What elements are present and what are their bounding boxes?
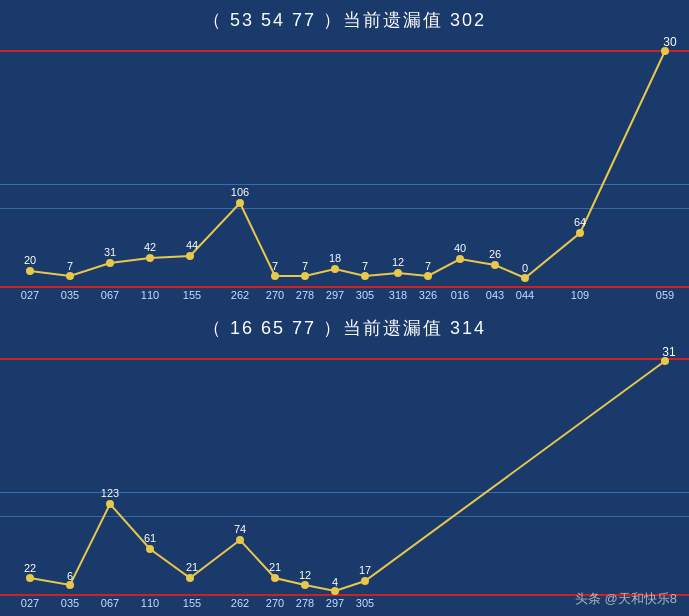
chart-section-1: （ 53 54 77 ）当前遗漏值 302 [0,0,689,308]
chart2-label-0: 22 [24,562,36,574]
chart1-dot-11 [424,272,432,280]
chart2-svg: 22 6 123 61 21 74 21 12 4 17 31 027 035 … [0,344,689,612]
chart1-dot-9 [361,272,369,280]
chart1-xlabel-10: 318 [389,289,407,301]
chart1-label-1: 7 [67,260,73,272]
chart2-dot-8 [331,587,339,595]
chart2-label-10: 31 [662,345,676,359]
chart2-xlabel-2: 067 [101,597,119,609]
chart1-xlabel-15: 109 [571,289,589,301]
chart1-dot-15 [576,229,584,237]
chart2-label-1: 6 [67,570,73,582]
chart1-xlabel-11: 326 [419,289,437,301]
chart-section-2: （ 16 65 77 ）当前遗漏值 314 [0,308,689,616]
watermark: 头条 @天和快乐8 [575,590,677,608]
chart1-dot-13 [491,261,499,269]
chart2-dot-0 [26,574,34,582]
svg-rect-0 [0,36,689,304]
chart2-xlabel-9: 305 [356,597,374,609]
chart2-label-7: 12 [299,569,311,581]
chart2-xlabel-6: 270 [266,597,284,609]
chart1-dot-14 [521,274,529,282]
chart1-label-16: 30 [663,36,677,49]
chart1-label-13: 26 [489,248,501,260]
chart1-dot-10 [394,269,402,277]
chart1-dot-4 [186,252,194,260]
chart1-label-14: 0 [522,262,528,274]
chart2-label-4: 21 [186,561,198,573]
chart1-xlabel-3: 110 [141,289,159,301]
chart1-dot-7 [301,272,309,280]
chart1-label-10: 12 [392,256,404,268]
chart1-dot-6 [271,272,279,280]
chart2-xlabel-8: 297 [326,597,344,609]
chart2-label-3: 61 [144,532,156,544]
chart2-xlabel-1: 035 [61,597,79,609]
chart1-dot-8 [331,265,339,273]
chart2-line [30,361,665,591]
chart1-label-15: 64 [574,216,586,228]
chart1-xlabel-1: 035 [61,289,79,301]
main-container: （ 53 54 77 ）当前遗漏值 302 [0,0,689,616]
chart2-dot-2 [106,500,114,508]
chart1-xlabel-12: 016 [451,289,469,301]
chart1-label-6: 7 [272,260,278,272]
chart2-dot-9 [361,577,369,585]
chart1-xlabel-2: 067 [101,289,119,301]
chart2-label-5: 74 [234,523,246,535]
chart1-dot-0 [26,267,34,275]
chart1-label-2: 31 [104,246,116,258]
chart1-dot-5 [236,199,244,207]
chart2-area: 22 6 123 61 21 74 21 12 4 17 31 027 035 … [0,344,689,612]
chart2-xlabel-7: 278 [296,597,314,609]
chart1-dot-1 [66,272,74,280]
chart2-dot-7 [301,581,309,589]
chart2-xlabel-5: 262 [231,597,249,609]
chart2-xlabel-4: 155 [183,597,201,609]
chart1-label-7: 7 [302,260,308,272]
chart1-dot-2 [106,259,114,267]
chart2-dot-3 [146,545,154,553]
chart1-xlabel-14: 044 [516,289,534,301]
chart1-xlabel-16: 059 [656,289,674,301]
chart1-xlabel-9: 305 [356,289,374,301]
chart1-xlabel-8: 297 [326,289,344,301]
chart1-area: 20 7 31 42 44 106 7 7 18 7 12 7 40 26 0 … [0,36,689,304]
chart1-label-4: 44 [186,239,198,251]
chart1-label-3: 42 [144,241,156,253]
chart1-xlabel-13: 043 [486,289,504,301]
chart1-xlabel-5: 262 [231,289,249,301]
chart1-svg: 20 7 31 42 44 106 7 7 18 7 12 7 40 26 0 … [0,36,689,304]
chart2-label-6: 21 [269,561,281,573]
chart1-label-5: 106 [231,186,249,198]
chart1-label-8: 18 [329,252,341,264]
chart1-xlabel-6: 270 [266,289,284,301]
chart1-line [30,51,665,278]
chart1-xlabel-7: 278 [296,289,314,301]
chart1-label-9: 7 [362,260,368,272]
chart2-xlabel-3: 110 [141,597,159,609]
chart2-dot-4 [186,574,194,582]
chart2-dot-1 [66,581,74,589]
chart2-dot-6 [271,574,279,582]
chart2-label-9: 17 [359,564,371,576]
chart1-xlabel-4: 155 [183,289,201,301]
chart1-xlabel-0: 027 [21,289,39,301]
chart1-label-12: 40 [454,242,466,254]
chart1-dot-12 [456,255,464,263]
chart1-label-11: 7 [425,260,431,272]
chart2-xlabel-0: 027 [21,597,39,609]
chart2-title: （ 16 65 77 ）当前遗漏值 314 [0,308,689,344]
chart2-label-8: 4 [332,576,338,588]
chart2-dot-5 [236,536,244,544]
chart2-label-2: 123 [101,487,119,499]
chart1-dot-3 [146,254,154,262]
chart1-label-0: 20 [24,254,36,266]
chart1-title: （ 53 54 77 ）当前遗漏值 302 [0,0,689,36]
